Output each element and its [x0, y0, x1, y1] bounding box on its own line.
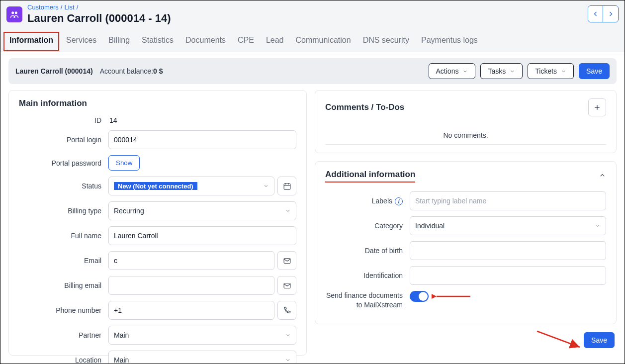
- email-label: Email: [19, 257, 108, 265]
- portal-login-label: Portal login: [19, 136, 108, 144]
- category-select[interactable]: Individual: [410, 216, 606, 235]
- tab-paymentus-logs[interactable]: Paymentus logs: [421, 32, 478, 52]
- tab-statistics[interactable]: Statistics: [142, 32, 174, 52]
- dob-input[interactable]: [410, 241, 606, 260]
- svg-line-11: [537, 331, 580, 347]
- tabs: Information Services Billing Statistics …: [0, 25, 625, 52]
- record-nav: [588, 5, 619, 22]
- tasks-dropdown[interactable]: Tasks: [480, 63, 523, 79]
- main-info-title: Main information: [19, 98, 296, 108]
- svg-rect-2: [284, 183, 290, 189]
- call-phone-button[interactable]: [277, 301, 296, 320]
- comments-panel: Comments / To-Dos No comments.: [315, 90, 617, 153]
- location-select[interactable]: Main: [108, 351, 296, 364]
- status-schedule-button[interactable]: [277, 177, 296, 195]
- email-input[interactable]: [108, 251, 274, 270]
- svg-point-0: [11, 11, 14, 14]
- status-label: Status: [19, 182, 108, 190]
- toolbar-balance-value: 0 $: [153, 67, 163, 75]
- additional-info-title: Additional information: [325, 170, 415, 182]
- toolbar-balance-label: Account balance:: [100, 67, 153, 75]
- toolbar: Lauren Carroll (000014) Account balance:…: [8, 58, 617, 84]
- tab-services[interactable]: Services: [66, 32, 96, 52]
- tab-dns-security[interactable]: DNS security: [363, 32, 409, 52]
- send-finance-label: Send finance documents to MailXstream: [325, 291, 410, 310]
- tab-communication[interactable]: Communication: [295, 32, 351, 52]
- svg-rect-7: [284, 283, 290, 288]
- header: Customers/List/ Lauren Carroll (000014 -…: [0, 0, 625, 25]
- breadcrumb: Customers/List/: [27, 3, 171, 11]
- billing-email-input[interactable]: [108, 276, 274, 295]
- billing-type-select[interactable]: Recurring: [108, 201, 296, 220]
- tickets-dropdown[interactable]: Tickets: [528, 63, 574, 79]
- portal-login-input[interactable]: [108, 130, 296, 149]
- annotation-arrow-save: [535, 329, 585, 351]
- labels-info-icon[interactable]: i: [395, 197, 403, 205]
- id-label: ID: [19, 116, 108, 124]
- category-label: Category: [325, 222, 410, 230]
- labels-label: Labelsi: [325, 197, 410, 205]
- labels-input[interactable]: [410, 191, 606, 210]
- identification-label: Identification: [325, 272, 410, 279]
- additional-information-panel: Additional information Labelsi Category: [315, 161, 617, 324]
- add-comment-button[interactable]: [588, 98, 606, 116]
- save-button[interactable]: Save: [579, 63, 610, 79]
- app-icon: [6, 6, 22, 22]
- phone-input[interactable]: [108, 301, 274, 320]
- actions-dropdown[interactable]: Actions: [429, 63, 476, 79]
- id-value: 14: [108, 116, 117, 124]
- portal-password-label: Portal password: [19, 159, 108, 167]
- status-select[interactable]: New (Not yet connected): [108, 177, 274, 195]
- collapse-additional-button[interactable]: [599, 172, 606, 181]
- tab-billing[interactable]: Billing: [108, 32, 130, 52]
- comments-title: Comments / To-Dos: [325, 102, 404, 112]
- toolbar-customer-name: Lauren Carroll (000014): [15, 67, 93, 75]
- send-billing-email-button[interactable]: [277, 276, 296, 295]
- crumb-list[interactable]: List: [64, 3, 74, 11]
- partner-label: Partner: [19, 331, 108, 339]
- location-label: Location: [19, 356, 108, 364]
- dob-label: Date of birth: [325, 247, 410, 255]
- tab-lead[interactable]: Lead: [266, 32, 284, 52]
- prev-record-button[interactable]: [588, 6, 603, 22]
- billing-email-label: Billing email: [19, 281, 108, 289]
- tab-documents[interactable]: Documents: [185, 32, 226, 52]
- page-title: Lauren Carroll (000014 - 14): [27, 12, 171, 25]
- send-email-button[interactable]: [277, 251, 296, 270]
- svg-rect-6: [284, 258, 290, 263]
- svg-point-1: [15, 11, 17, 14]
- phone-label: Phone number: [19, 306, 108, 314]
- tab-cpe[interactable]: CPE: [238, 32, 254, 52]
- no-comments-text: No comments.: [325, 120, 606, 145]
- bottom-save-button[interactable]: Save: [584, 332, 615, 348]
- send-finance-toggle[interactable]: [410, 291, 429, 302]
- billing-type-label: Billing type: [19, 207, 108, 215]
- show-password-button[interactable]: Show: [108, 155, 140, 171]
- tab-information[interactable]: Information: [8, 32, 54, 52]
- main-information-panel: Main information ID 14 Portal login Port…: [8, 90, 307, 356]
- next-record-button[interactable]: [603, 6, 618, 22]
- identification-input[interactable]: [410, 266, 606, 285]
- status-badge: New (Not yet connected): [114, 182, 197, 190]
- annotation-arrow-toggle: [432, 289, 471, 303]
- partner-select[interactable]: Main: [108, 326, 296, 345]
- full-name-input[interactable]: [108, 226, 296, 245]
- full-name-label: Full name: [19, 232, 108, 240]
- crumb-customers[interactable]: Customers: [27, 3, 59, 11]
